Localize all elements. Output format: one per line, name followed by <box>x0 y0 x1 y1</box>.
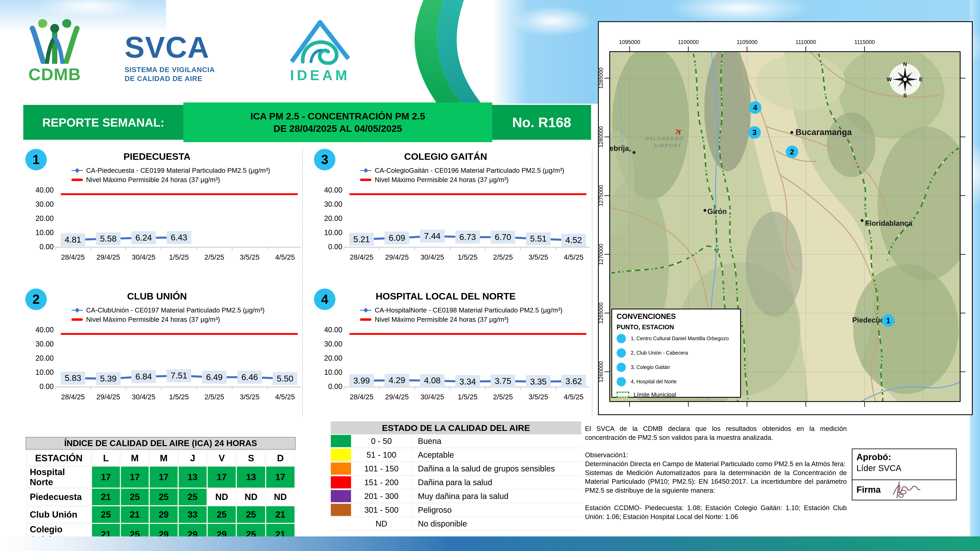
map-legend-item-label: 4, Hospital del Norte <box>631 379 677 384</box>
observation-title: Observación1: <box>585 451 847 459</box>
station-point-icon <box>617 334 626 343</box>
svg-text:7.44: 7.44 <box>424 231 441 241</box>
svg-text:10.00: 10.00 <box>324 229 342 237</box>
map-legend-item: 4, Hospital del Norte <box>617 375 740 389</box>
state-label: Dañina para la salud <box>412 476 581 489</box>
svg-text:3/5/25: 3/5/25 <box>528 393 548 401</box>
legend-series-row: CA-ColegioGaitán - CE0196 Material Parti… <box>360 166 564 175</box>
state-label: Peligroso <box>412 503 581 516</box>
svg-text:4.81: 4.81 <box>65 235 81 245</box>
svg-text:28/4/25: 28/4/25 <box>61 253 85 261</box>
state-range: 301 - 500 <box>351 503 412 516</box>
ica-value-cell: 17 <box>150 467 178 487</box>
svg-text:1265000: 1265000 <box>598 302 604 324</box>
ica-day-header: S <box>237 451 265 465</box>
svca-logo-subtitle2: DE CALIDAD DE AIRE <box>124 74 246 83</box>
compass-e: E <box>919 76 923 83</box>
ica-day-header: L <box>92 451 120 465</box>
compass-n: N <box>903 61 907 67</box>
ica-value-cell: ND <box>208 489 236 505</box>
state-label: No disponible <box>412 517 581 530</box>
chart-title: COLEGIO GAITÁN <box>338 151 553 162</box>
ica-value-cell: 33 <box>179 506 207 523</box>
ica-station-cell: Club Unión <box>27 506 91 523</box>
state-color-swatch <box>331 490 351 502</box>
station-chart: 4HOSPITAL LOCAL DEL NORTECA-HospitalNort… <box>312 289 589 428</box>
uncertainty-paragraph: Estación CCDMO- Piedecuesta: 1.08; Estac… <box>585 503 847 521</box>
ica-value-cell: 13 <box>237 467 265 487</box>
svg-text:1100000: 1100000 <box>678 39 698 45</box>
chart-title: CLUB UNIÓN <box>49 291 264 302</box>
svg-text:29/4/25: 29/4/25 <box>385 393 409 401</box>
map-legend-item-label: 2, Club Unión - Cabecera <box>631 350 688 356</box>
town-label: Bucaramanga <box>795 127 852 137</box>
ica-value-cell: 17 <box>266 467 294 487</box>
state-range: 201 - 300 <box>351 489 412 503</box>
svg-text:2/5/25: 2/5/25 <box>204 253 224 261</box>
svg-text:1/5/25: 1/5/25 <box>169 253 189 261</box>
airport-name-line1: PALONEGRO <box>646 136 684 141</box>
svg-text:6.73: 6.73 <box>460 232 476 242</box>
svg-text:5.21: 5.21 <box>353 235 370 244</box>
svg-text:20.00: 20.00 <box>324 354 342 362</box>
state-range: 0 - 50 <box>351 434 412 448</box>
signature-scribble <box>889 480 928 499</box>
declaration-paragraph: El SVCA de la CDMB declara que los resul… <box>585 424 847 442</box>
ica-value-cell: 25 <box>208 506 236 523</box>
column-divider <box>592 149 592 416</box>
cloud <box>511 6 595 37</box>
svg-text:5.50: 5.50 <box>277 374 293 383</box>
svg-text:30/4/25: 30/4/25 <box>420 253 444 261</box>
svg-text:3.75: 3.75 <box>495 376 511 386</box>
state-label: Muy dañina para la salud <box>412 489 581 503</box>
state-color-swatch <box>331 518 351 530</box>
legend-series-row: CA-HospitalNorte - CE0198 Material Parti… <box>360 306 563 315</box>
banner-report-title: REPORTE SEMANAL: <box>23 105 183 140</box>
series-label: CA-ColegioGaitán - CE0196 Material Parti… <box>375 167 564 175</box>
ica-row: Piedecuesta21252525NDNDND <box>27 489 294 505</box>
ica-value-cell: 21 <box>92 489 120 505</box>
ica-table-title: ÍNDICE DE CALIDAD DEL AIRE (ICA) 24 HORA… <box>26 437 296 449</box>
chart-legend: CA-HospitalNorte - CE0198 Material Parti… <box>360 306 563 324</box>
weekly-air-quality-report: CDMB SVCA SISTEMA DE VIGILANCIA DE CALID… <box>0 0 980 551</box>
map-legend-item: 3, Colegio Gaitán <box>617 360 740 375</box>
svg-text:40.00: 40.00 <box>324 326 342 334</box>
map-legend-subtitle: PUNTO, ESTACION <box>617 324 740 331</box>
station-chart: 2CLUB UNIÓNCA-ClubUnión - CE0197 Materia… <box>23 289 301 428</box>
svg-text:6.84: 6.84 <box>135 372 152 381</box>
series-marker-icon <box>360 167 372 173</box>
air-quality-state-row: 201 - 300Muy dañina para la salud <box>331 489 581 503</box>
ideam-logo: IDEAM <box>283 18 361 83</box>
ica-value-cell: ND <box>237 489 265 505</box>
air-quality-state-row: 101 - 150Dañina a la salud de grupos sen… <box>331 462 581 476</box>
station-marker: 2 <box>790 148 794 156</box>
ica-station-header: ESTACIÓN <box>27 451 91 465</box>
ica-value-cell: 17 <box>121 467 149 487</box>
svg-text:20.00: 20.00 <box>324 214 342 222</box>
state-label: Aceptable <box>412 448 581 462</box>
notes-text: El SVCA de la CDMB declara que los resul… <box>585 424 847 521</box>
svg-text:30/4/25: 30/4/25 <box>132 393 156 401</box>
svg-text:40.00: 40.00 <box>324 186 342 194</box>
limit-marker-icon <box>72 316 83 322</box>
limit-marker-icon <box>360 177 372 183</box>
banner-subject-line2: DE 28/04/2025 AL 04/05/2025 <box>274 122 402 135</box>
air-quality-state-row: 0 - 50Buena <box>331 434 581 448</box>
map-legend-item-label: 3, Colegio Gaitán <box>631 364 670 370</box>
svg-text:5.83: 5.83 <box>65 373 81 383</box>
svg-text:28/4/25: 28/4/25 <box>61 393 85 401</box>
ica-row: Hospital Norte17171713171317 <box>27 467 294 487</box>
svg-text:1105000: 1105000 <box>737 39 757 45</box>
map-legend-title: CONVENCIONES <box>617 312 740 321</box>
station-marker: 3 <box>752 129 757 137</box>
station-point-icon <box>617 348 626 357</box>
svg-text:1285000: 1285000 <box>598 67 604 89</box>
map-legend-item: 1, Centro Cultural Daniel Mantilla Orbeg… <box>617 331 740 346</box>
compass-s: S <box>903 92 907 98</box>
state-range: 51 - 100 <box>351 448 412 462</box>
column-divider <box>302 149 303 416</box>
svg-text:30.00: 30.00 <box>35 340 54 348</box>
ica-value-cell: 17 <box>92 467 120 487</box>
ica-value-cell: 25 <box>237 506 265 523</box>
station-point-icon <box>617 363 626 372</box>
